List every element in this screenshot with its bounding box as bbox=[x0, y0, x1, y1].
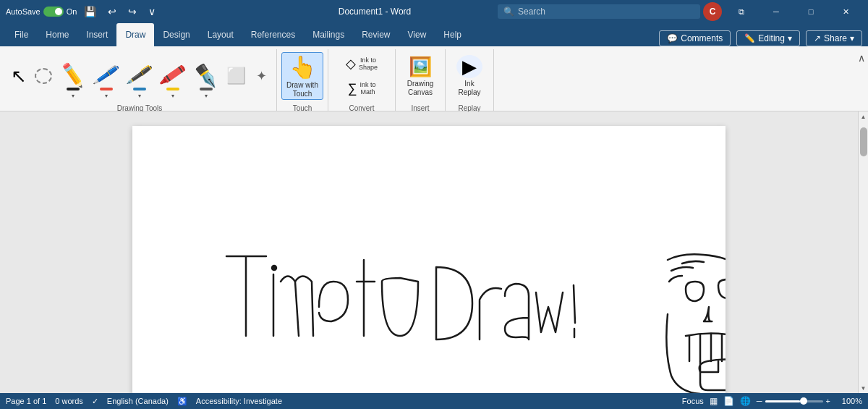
ink-to-math-icon: ∑ bbox=[348, 81, 357, 96]
zoom-minus-icon[interactable]: ─ bbox=[757, 397, 762, 405]
maximize-button[interactable]: □ bbox=[794, 0, 827, 23]
comments-button[interactable]: 💬 Comments bbox=[659, 30, 731, 46]
pencil-tool[interactable]: ✏️ bbox=[56, 54, 89, 93]
tab-draw[interactable]: Draw bbox=[116, 23, 154, 46]
convert-group: ◇ Ink toShape ∑ Ink toMath Convert bbox=[328, 49, 396, 111]
proofing-icon: ✓ bbox=[92, 397, 98, 406]
autosave-state: On bbox=[67, 7, 77, 16]
zoom-level[interactable]: 100% bbox=[836, 397, 862, 405]
eraser-tool[interactable]: ⬜ bbox=[223, 52, 250, 100]
scrollbar-vertical[interactable]: ▲ ▼ bbox=[858, 111, 868, 393]
scrollbar-track[interactable] bbox=[859, 122, 868, 383]
ribbon-collapse-icon[interactable]: ∧ bbox=[858, 52, 865, 64]
close-button[interactable]: ✕ bbox=[829, 0, 862, 23]
draw-touch-label: Draw withTouch bbox=[286, 81, 318, 98]
tab-insert[interactable]: Insert bbox=[77, 23, 116, 46]
read-mode-icon[interactable]: 📄 bbox=[723, 396, 734, 406]
editing-button[interactable]: ✏️ Editing ▾ bbox=[736, 30, 800, 46]
lasso-tool[interactable] bbox=[31, 52, 56, 100]
scroll-down-button[interactable]: ▼ bbox=[859, 383, 869, 393]
ribbon-tabs: File Home Insert Draw Design Layout Refe… bbox=[0, 23, 868, 46]
titlebar-left: AutoSave On 💾 ↩ ↪ ∨ bbox=[6, 4, 252, 19]
zoom-handle[interactable] bbox=[800, 397, 807, 405]
convert-group-content: ◇ Ink toShape ∑ Ink toMath bbox=[333, 49, 391, 103]
save-icon[interactable]: 💾 bbox=[81, 4, 99, 19]
search-input[interactable] bbox=[518, 7, 677, 17]
svg-point-0 bbox=[272, 266, 276, 270]
tab-mailings[interactable]: Mailings bbox=[304, 23, 353, 46]
focus-button[interactable]: Focus bbox=[682, 397, 704, 405]
zoom-track[interactable] bbox=[765, 400, 823, 402]
ribbon-right: 💬 Comments ✏️ Editing ▾ ↗ Share ▾ bbox=[659, 30, 862, 46]
ink-to-shape-icon: ◇ bbox=[346, 56, 356, 72]
accessibility-label[interactable]: Accessibility: Investigate bbox=[196, 397, 282, 405]
pen-red-tool[interactable]: 🖊️ bbox=[90, 54, 122, 93]
autosave-toggle[interactable]: AutoSave On bbox=[6, 7, 77, 17]
draw-with-touch-button[interactable]: 👆 Draw withTouch bbox=[281, 52, 323, 100]
replay-group: ▶ InkReplay Replay bbox=[446, 49, 494, 111]
add-pen-tool[interactable]: ✦ bbox=[250, 52, 272, 100]
doc-page bbox=[132, 126, 726, 393]
share-button[interactable]: ↗ Share ▾ bbox=[806, 30, 862, 46]
window-controls: ⧉ ─ □ ✕ bbox=[725, 0, 862, 23]
zoom-slider[interactable]: ─ + bbox=[757, 397, 830, 405]
tab-help[interactable]: Help bbox=[435, 23, 470, 46]
pointer-icon: ↖ bbox=[11, 65, 27, 88]
titlebar-center: Document1 - Word bbox=[252, 7, 498, 17]
restore-button[interactable]: ⧉ bbox=[725, 0, 758, 23]
minimize-button[interactable]: ─ bbox=[760, 0, 793, 23]
ink-to-shape-button[interactable]: ◇ Ink toShape bbox=[333, 52, 391, 75]
autosave-switch[interactable] bbox=[43, 7, 64, 17]
tab-layout[interactable]: Layout bbox=[199, 23, 242, 46]
drawing-canvas-button[interactable]: 🖼️ DrawingCanvas bbox=[400, 52, 441, 100]
titlebar-icons: 💾 ↩ ↪ ∨ bbox=[81, 4, 158, 19]
autosave-label: AutoSave bbox=[6, 7, 41, 16]
word-count: 0 words bbox=[55, 397, 83, 405]
dark-pen-dropdown[interactable]: ▾ bbox=[205, 93, 208, 99]
search-box[interactable]: 🔍 bbox=[498, 4, 700, 19]
titlebar: AutoSave On 💾 ↩ ↪ ∨ Document1 - Word 🔍 C… bbox=[0, 0, 868, 23]
more-commands-icon[interactable]: ∨ bbox=[145, 4, 158, 19]
scrollbar-thumb[interactable] bbox=[860, 127, 867, 156]
tab-file[interactable]: File bbox=[6, 23, 37, 46]
undo-icon[interactable]: ↩ bbox=[105, 4, 119, 19]
add-pen-icon: ✦ bbox=[256, 68, 267, 84]
dark-pen-tool[interactable]: ✒️ bbox=[190, 54, 222, 93]
tab-design[interactable]: Design bbox=[154, 23, 198, 46]
pencil-dropdown[interactable]: ▾ bbox=[72, 93, 75, 99]
accessibility-icon: ♿ bbox=[177, 397, 187, 406]
comment-icon: 💬 bbox=[667, 33, 678, 43]
doc-scroll-area[interactable] bbox=[0, 111, 858, 393]
highlighter-tool[interactable]: 🖍️ bbox=[156, 54, 189, 93]
tab-review[interactable]: Review bbox=[353, 23, 399, 46]
drawing-canvas-label: DrawingCanvas bbox=[407, 80, 434, 97]
scroll-up-button[interactable]: ▲ bbox=[859, 111, 869, 122]
page-info: Page 1 of 1 bbox=[6, 397, 46, 405]
pencil-icon: ✏️ bbox=[58, 61, 87, 89]
language: English (Canada) bbox=[107, 397, 169, 405]
zoom-plus-icon[interactable]: + bbox=[826, 397, 830, 405]
statusbar: Page 1 of 1 0 words ✓ English (Canada) ♿… bbox=[0, 393, 868, 409]
user-avatar[interactable]: C bbox=[703, 2, 722, 21]
tab-references[interactable]: References bbox=[242, 23, 304, 46]
ink-replay-button[interactable]: ▶ InkReplay bbox=[450, 52, 489, 100]
tab-home[interactable]: Home bbox=[37, 23, 77, 46]
pen-red-container: 🖊️ ▾ bbox=[90, 54, 122, 99]
user-initial: C bbox=[710, 7, 716, 17]
pointer-tool[interactable]: ↖ bbox=[7, 52, 30, 100]
pen-blue-tool[interactable]: 🖋️ bbox=[123, 54, 156, 93]
ribbon-collapse[interactable]: ∧ bbox=[858, 49, 865, 111]
ink-to-math-button[interactable]: ∑ Ink toMath bbox=[333, 77, 391, 100]
page-layout-icon[interactable]: ▦ bbox=[710, 396, 718, 406]
highlighter-dropdown[interactable]: ▾ bbox=[171, 93, 174, 99]
web-view-icon[interactable]: 🌐 bbox=[740, 396, 751, 406]
drawing-tools-content: ↖ ✏️ ▾ 🖊️ ▾ bbox=[7, 49, 272, 103]
redo-icon[interactable]: ↪ bbox=[125, 4, 140, 19]
pen-red-dropdown[interactable]: ▾ bbox=[105, 93, 108, 99]
share-chevron-icon: ▾ bbox=[850, 33, 854, 43]
highlighter-container: 🖍️ ▾ bbox=[156, 54, 189, 99]
tab-view[interactable]: View bbox=[399, 23, 435, 46]
pen-blue-dropdown[interactable]: ▾ bbox=[138, 93, 141, 99]
doc-area: ▲ ▼ bbox=[0, 111, 868, 393]
insert-group-content: 🖼️ DrawingCanvas bbox=[400, 49, 441, 103]
